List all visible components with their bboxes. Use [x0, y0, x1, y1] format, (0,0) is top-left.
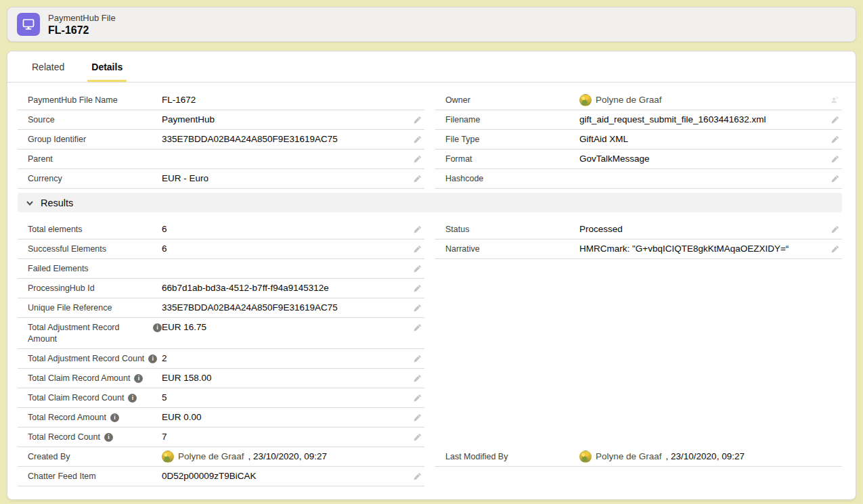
- field-label: ProcessingHub Id: [28, 282, 162, 294]
- field-label-text: Status: [445, 224, 469, 235]
- field-label-text: Created By: [28, 451, 70, 463]
- entity-label: PaymentHub File: [48, 13, 116, 24]
- field-label-text: Total elements: [28, 224, 83, 235]
- edit-pencil-icon[interactable]: [410, 243, 424, 255]
- field-row: Total Claim Record Count i 5: [18, 388, 424, 408]
- tab-related[interactable]: Related: [28, 51, 68, 82]
- field-value: FL-1672: [162, 94, 424, 106]
- user-avatar: [579, 451, 592, 463]
- edit-pencil-icon[interactable]: [410, 133, 424, 145]
- field-value: 335E7BDDA02B4A24A850F9E31619AC75: [162, 302, 410, 314]
- edit-pencil-icon[interactable]: [410, 411, 424, 423]
- edit-pencil-icon[interactable]: [410, 153, 424, 165]
- page-title: FL-1672: [48, 24, 116, 37]
- tab-details[interactable]: Details: [87, 51, 127, 82]
- field-value: Polyne de Graaf , 23/10/2020, 09:27: [579, 451, 842, 463]
- edit-pencil-icon[interactable]: [827, 243, 842, 255]
- field-value: EUR 158.00: [162, 372, 410, 384]
- edit-pencil-icon[interactable]: [410, 282, 424, 294]
- field-value: Polyne de Graaf , 23/10/2020, 09:27: [162, 451, 424, 463]
- field-value-text: GovTalkMessage: [579, 153, 650, 165]
- field-value-text: GiftAid XML: [579, 133, 628, 145]
- field-value: GiftAid XML: [579, 133, 827, 145]
- field-label-text: Total Record Count: [28, 432, 100, 443]
- edit-pencil-icon[interactable]: [410, 173, 424, 185]
- edit-pencil-icon[interactable]: [827, 223, 842, 235]
- field-label-text: PaymentHub File Name: [28, 95, 118, 106]
- info-icon[interactable]: i: [110, 413, 119, 422]
- edit-pencil-icon[interactable]: [827, 153, 842, 165]
- field-row: Failed Elements: [18, 259, 424, 279]
- edit-pencil-icon[interactable]: [410, 392, 424, 404]
- field-value: HMRCmark: "G+vbqICIQTE8gkKtMAqaOEZXIDY=“: [579, 243, 827, 255]
- field-label-text: Currency: [28, 173, 62, 185]
- info-icon[interactable]: i: [148, 354, 157, 363]
- field-label: Currency: [28, 173, 162, 185]
- field-label: Total Claim Record Amount i: [28, 372, 162, 384]
- field-label-text: Parent: [28, 154, 53, 165]
- edit-pencil-icon[interactable]: [827, 133, 842, 145]
- edit-pencil-icon[interactable]: [410, 262, 424, 275]
- info-icon[interactable]: i: [153, 323, 162, 332]
- field-value: 7: [162, 431, 410, 443]
- field-value-text: 7: [162, 431, 167, 443]
- info-icon[interactable]: i: [134, 374, 143, 383]
- field-value: [579, 173, 827, 185]
- record-detail-card: Related Details PaymentHub File Name FL-…: [7, 51, 856, 500]
- edit-pencil-icon[interactable]: [410, 321, 424, 334]
- user-avatar: [162, 451, 174, 463]
- field-label: Chatter Feed Item: [28, 470, 162, 482]
- user-link[interactable]: Polyne de Graaf: [178, 451, 244, 463]
- field-value: 335E7BDDA02B4A24A850F9E31619AC75: [162, 133, 410, 145]
- field-label: Total Claim Record Count i: [28, 392, 162, 404]
- record-header: PaymentHub File FL-1672: [7, 7, 856, 42]
- field-value-text: 0D52p00009zT9BiCAK: [162, 470, 257, 482]
- field-value: EUR - Euro: [162, 173, 410, 185]
- user-link[interactable]: Polyne de Graaf: [596, 451, 662, 463]
- field-label: Last Modified By: [445, 451, 579, 463]
- field-label: Successful Elements: [28, 243, 162, 255]
- results-section-header[interactable]: Results: [18, 193, 842, 212]
- field-row: Successful Elements 6: [18, 239, 424, 259]
- field-row: Status Processed: [435, 220, 842, 239]
- edit-pencil-icon[interactable]: [410, 372, 424, 384]
- field-row: Currency EUR - Euro: [18, 169, 424, 189]
- field-label-text: Successful Elements: [28, 244, 106, 255]
- field-row: Total Claim Record Amount i EUR 158.00: [18, 369, 424, 388]
- field-row: Created By Polyne de Graaf , 23/10/2020,…: [18, 447, 424, 467]
- field-row: Group Identifier 335E7BDDA02B4A24A850F9E…: [18, 130, 424, 150]
- results-fields-grid: Total elements 6 Successful Elements 6: [7, 220, 856, 486]
- field-value: Processed: [579, 223, 827, 235]
- field-value-text: HMRCmark: "G+vbqICIQTE8gkKtMAqaOEZXIDY=“: [579, 243, 789, 255]
- field-label: Total Adjustment Record Count i: [28, 352, 162, 365]
- edit-pencil-icon[interactable]: [410, 302, 424, 314]
- edit-pencil-icon[interactable]: [410, 223, 424, 235]
- edit-pencil-icon[interactable]: [827, 173, 842, 185]
- field-label-text: Total Adjustment Record Amount: [28, 322, 149, 345]
- edit-pencil-icon[interactable]: [827, 114, 842, 126]
- user-link[interactable]: Polyne de Graaf: [596, 94, 662, 106]
- field-label-text: Hashcode: [445, 173, 483, 185]
- edit-pencil-icon[interactable]: [410, 114, 424, 126]
- field-row: Total Adjustment Record Count i 2: [18, 349, 424, 369]
- info-icon[interactable]: i: [128, 394, 137, 403]
- desktop-monitor-icon: [17, 13, 40, 36]
- info-icon[interactable]: i: [104, 433, 113, 442]
- field-label: Narrative: [445, 243, 579, 255]
- column-spacer: [435, 259, 842, 447]
- field-label: Total Adjustment Record Amount i: [28, 321, 162, 345]
- main-fields-right-column: Owner Polyne de Graaf Filename gift_aid_…: [435, 91, 842, 189]
- field-value: EUR 16.75: [162, 321, 410, 334]
- change-owner-icon[interactable]: [827, 94, 842, 106]
- edit-pencil-icon[interactable]: [410, 352, 424, 365]
- record-titles: PaymentHub File FL-1672: [48, 13, 116, 37]
- field-label-text: Failed Elements: [28, 263, 89, 275]
- field-value-text: 66b7d1ab-bd3a-4512-b7ff-f94a9145312e: [162, 282, 329, 294]
- field-label-text: ProcessingHub Id: [28, 283, 95, 294]
- field-label-text: Narrative: [445, 244, 480, 255]
- field-label-text: Total Adjustment Record Count: [28, 353, 144, 365]
- field-label-text: Total Claim Record Amount: [28, 373, 130, 384]
- edit-pencil-icon[interactable]: [410, 431, 424, 443]
- edit-pencil-icon[interactable]: [410, 470, 424, 482]
- field-label: Total Record Amount i: [28, 411, 162, 423]
